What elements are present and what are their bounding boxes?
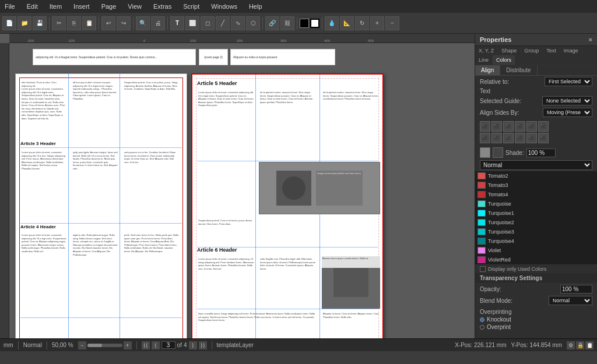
image-tool[interactable]: ⬜ xyxy=(185,16,199,30)
blend-mode-select[interactable]: Normal Multiply xyxy=(549,296,592,305)
selected-guide-select[interactable]: None Selected xyxy=(542,96,592,105)
menu-windows[interactable]: Windows xyxy=(209,2,240,11)
shade-input[interactable] xyxy=(526,149,556,157)
zoom-out-btn[interactable]: − xyxy=(385,16,399,30)
tab-line[interactable]: Line xyxy=(475,55,493,65)
align-icon-8[interactable]: ⬛ xyxy=(491,133,502,143)
status-icon-3[interactable]: 📋 xyxy=(585,341,594,349)
color-item-turquoise1[interactable]: Turquoise1 xyxy=(475,208,597,218)
canvas-content[interactable]: adipiscing elit. Ut a feugiat tortor. Su… xyxy=(9,43,475,338)
menu-help[interactable]: Help xyxy=(247,2,265,11)
color-item-tomato4[interactable]: Tomato4 xyxy=(475,190,597,199)
align-sides-select[interactable]: Moving (Prese Resizing xyxy=(543,108,592,117)
align-icon-9[interactable]: ⬛ xyxy=(503,133,514,143)
color-item-turquoise2[interactable]: Turquoise2 xyxy=(475,218,597,227)
new-btn[interactable]: 📄 xyxy=(2,16,16,30)
color-name: Turquoise1 xyxy=(488,210,514,216)
tab-xyz[interactable]: X, Y, Z xyxy=(475,46,498,55)
display-only-used-row[interactable]: Display only Used Colors xyxy=(475,264,597,273)
distribute-tab[interactable]: Distribute xyxy=(500,65,537,75)
line-tool[interactable]: ╱ xyxy=(216,16,230,30)
align-top-btn[interactable]: ⬛ xyxy=(515,121,525,132)
tab-colors[interactable]: Colors xyxy=(493,55,515,65)
tab-text[interactable]: Text xyxy=(543,46,560,55)
first-page-btn[interactable]: ⟨⟨ xyxy=(142,341,150,349)
last-page-btn[interactable]: ⟩⟩ xyxy=(199,341,207,349)
menu-script[interactable]: Script xyxy=(181,2,202,11)
display-only-used-checkbox[interactable] xyxy=(480,266,486,272)
color-swatch xyxy=(477,238,486,245)
undo-btn[interactable]: ↩ xyxy=(101,16,115,30)
align-icon-7[interactable]: ⬛ xyxy=(480,133,490,143)
rotate-btn[interactable]: ↻ xyxy=(355,16,369,30)
align-icons-row1: ⬛ ⬛ ⬛ ⬛ ⬛ ⬛ xyxy=(480,121,592,132)
align-center-h-btn[interactable]: ⬛ xyxy=(491,121,502,132)
fill-btn[interactable] xyxy=(480,147,490,158)
relative-to-select[interactable]: First Selected Page Margins xyxy=(545,77,592,86)
overprint-row: Overprint xyxy=(480,324,592,330)
canvas-area[interactable]: -200 -100 0 100 200 300 400 500 adipisci… xyxy=(0,34,475,338)
color-item-turquoise3[interactable]: Turquoise3 xyxy=(475,227,597,236)
unlink-tool[interactable]: ⛓ xyxy=(280,16,294,30)
status-icon-1[interactable]: ⚙ xyxy=(567,341,575,349)
zoom-in-btn[interactable]: + xyxy=(370,16,384,30)
color-item-tomato3[interactable]: Tomato3 xyxy=(475,181,597,190)
print-btn[interactable]: 🖨 xyxy=(151,16,165,30)
zoom-out-status-btn[interactable]: − xyxy=(78,341,86,349)
current-page-input[interactable] xyxy=(161,341,175,349)
color-item-turquoise4[interactable]: Turquoise4 xyxy=(475,236,597,246)
tab-image[interactable]: Image xyxy=(560,46,582,55)
polygon-tool[interactable]: ⬡ xyxy=(246,16,260,30)
color-item-turquoise[interactable]: Turquoise xyxy=(475,199,597,208)
shape-tool[interactable]: ◻ xyxy=(201,16,215,30)
relative-to-label: Relative to: xyxy=(480,79,509,85)
next-page-btn[interactable]: ⟩ xyxy=(189,341,197,349)
save-btn[interactable]: 💾 xyxy=(33,16,47,30)
properties-close-btn[interactable]: × xyxy=(589,36,592,43)
open-btn[interactable]: 📁 xyxy=(17,16,31,30)
align-tab[interactable]: Align xyxy=(475,65,500,75)
opacity-input[interactable] xyxy=(560,285,592,294)
status-icon-2[interactable]: 🔒 xyxy=(576,341,584,349)
copy-btn[interactable]: ⎘ xyxy=(67,16,81,30)
menu-view[interactable]: View xyxy=(125,2,144,11)
align-bottom-btn[interactable]: ⬛ xyxy=(538,121,549,132)
menu-insert[interactable]: Insert xyxy=(71,2,92,11)
menu-item[interactable]: Item xyxy=(47,2,64,11)
paste-btn[interactable]: 📋 xyxy=(82,16,96,30)
align-right-btn[interactable]: ⬛ xyxy=(503,121,514,132)
bezier-tool[interactable]: ∿ xyxy=(231,16,245,30)
status-icons: ⚙ 🔒 📋 xyxy=(567,341,594,349)
tab-group[interactable]: Group xyxy=(521,46,543,55)
menu-edit[interactable]: Edit xyxy=(24,2,40,11)
align-icon-11[interactable]: ⬛ xyxy=(526,133,537,143)
align-icon-10[interactable]: ⬛ xyxy=(515,133,525,143)
fill-color[interactable] xyxy=(300,19,309,28)
align-left-btn[interactable]: ⬛ xyxy=(480,121,490,132)
text-tool[interactable]: T xyxy=(170,16,184,30)
tab-shape[interactable]: Shape xyxy=(498,46,521,55)
normal-select[interactable]: Normal Multiply Screen xyxy=(480,160,592,170)
menu-extras[interactable]: Extras xyxy=(151,2,174,11)
knockout-radio[interactable] xyxy=(480,317,484,322)
stroke-btn[interactable] xyxy=(493,147,503,158)
overprint-radio[interactable] xyxy=(480,325,484,330)
color-item-tomato2[interactable]: Tomato2 xyxy=(475,171,597,181)
color-item-violetred[interactable]: VioletRed xyxy=(475,255,597,264)
redo-btn[interactable]: ↪ xyxy=(117,16,131,30)
menu-file[interactable]: File xyxy=(2,2,17,11)
color-list[interactable]: Tomato2 Tomato3 Tomato4 Turquoise Turquo… xyxy=(475,171,597,264)
measure-btn[interactable]: 📐 xyxy=(340,16,354,30)
align-center-v-btn[interactable]: ⬛ xyxy=(526,121,537,132)
stroke-color[interactable] xyxy=(310,19,319,28)
cut-btn[interactable]: ✂ xyxy=(52,16,66,30)
prev-page-btn[interactable]: ⟨ xyxy=(152,341,160,349)
zoom-in-status-btn[interactable]: + xyxy=(124,341,132,349)
eyedropper-btn[interactable]: 💧 xyxy=(325,16,339,30)
zoom-btn[interactable]: 🔍 xyxy=(136,16,150,30)
menu-page[interactable]: Page xyxy=(99,2,119,11)
align-icon-12[interactable]: ⬛ xyxy=(538,133,549,143)
link-tool[interactable]: 🔗 xyxy=(265,16,279,30)
zoom-slider[interactable] xyxy=(87,344,122,347)
color-item-violet[interactable]: Violet xyxy=(475,246,597,255)
